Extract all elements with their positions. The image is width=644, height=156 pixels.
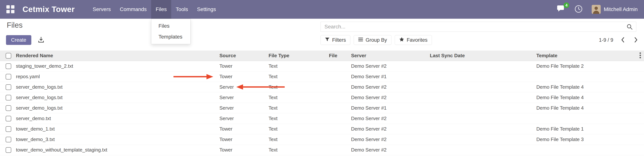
- cell-server[interactable]: Demo Server #2: [349, 92, 428, 103]
- column-last-sync-date[interactable]: Last Sync Date: [428, 51, 534, 61]
- column-rendered-name[interactable]: Rendered Name: [14, 51, 218, 61]
- cell-template[interactable]: Demo File Template 4: [534, 82, 644, 92]
- cell-template[interactable]: [534, 113, 644, 124]
- cell-template[interactable]: [534, 145, 644, 155]
- cell-file-type[interactable]: Text: [267, 92, 327, 103]
- menu-commands[interactable]: Commands: [115, 0, 151, 19]
- activities-button[interactable]: [574, 5, 583, 14]
- menu-files[interactable]: Files: [151, 0, 171, 19]
- cell-last-sync-date[interactable]: [428, 92, 534, 103]
- cell-template[interactable]: Demo File Template 2: [534, 61, 644, 71]
- cell-file-type[interactable]: Text: [267, 124, 327, 134]
- table-row[interactable]: server_demo.txtServerTextDemo Server #2: [0, 113, 644, 124]
- favorites-button[interactable]: Favorites: [395, 35, 432, 45]
- row-checkbox[interactable]: [6, 63, 11, 69]
- cell-server[interactable]: Demo Server #2: [349, 82, 428, 92]
- column-source[interactable]: Source: [218, 51, 267, 61]
- pager-next-button[interactable]: [633, 36, 639, 44]
- column-server[interactable]: Server: [349, 51, 428, 61]
- messages-button[interactable]: 4: [557, 5, 566, 14]
- dropdown-item-files[interactable]: Files: [151, 21, 190, 31]
- column-file-type[interactable]: File Type: [267, 51, 327, 61]
- cell-file-type[interactable]: Text: [267, 71, 327, 82]
- optional-columns-toggle-button[interactable]: [638, 51, 643, 61]
- cell-server[interactable]: Demo Server #2: [349, 145, 428, 155]
- cell-server[interactable]: Demo Server #2: [349, 124, 428, 134]
- cell-last-sync-date[interactable]: [428, 103, 534, 113]
- cell-last-sync-date[interactable]: [428, 124, 534, 134]
- cell-source[interactable]: Server: [218, 103, 267, 113]
- row-checkbox[interactable]: [6, 147, 11, 153]
- cell-file-type[interactable]: Text: [267, 134, 327, 145]
- cell-file-type[interactable]: Text: [267, 61, 327, 71]
- cell-source[interactable]: Server: [218, 113, 267, 124]
- table-row[interactable]: tower_demo_1.txtTowerTextDemo Server #2D…: [0, 124, 644, 134]
- select-all-checkbox[interactable]: [6, 53, 11, 59]
- cell-server[interactable]: Demo Server #2: [349, 61, 428, 71]
- cell-template[interactable]: Demo File Template 3: [534, 134, 644, 145]
- cell-file[interactable]: [327, 145, 349, 155]
- cell-rendered-name[interactable]: server_demo_logs.txt: [14, 103, 218, 113]
- cell-file[interactable]: [327, 82, 349, 92]
- cell-file[interactable]: [327, 134, 349, 145]
- table-row[interactable]: repos.yamlTowerTextDemo Server #1: [0, 71, 644, 82]
- row-checkbox[interactable]: [6, 95, 11, 100]
- cell-rendered-name[interactable]: staging_tower_demo_2.txt: [14, 61, 218, 71]
- apps-grid-icon[interactable]: [6, 5, 15, 13]
- table-row[interactable]: tower_demo_without_template_staging.txtT…: [0, 145, 644, 155]
- cell-last-sync-date[interactable]: [428, 61, 534, 71]
- row-checkbox[interactable]: [6, 137, 11, 142]
- cell-source[interactable]: Server: [218, 82, 267, 92]
- cell-last-sync-date[interactable]: [428, 113, 534, 124]
- cell-file-type[interactable]: Text: [267, 113, 327, 124]
- cell-rendered-name[interactable]: server_demo_logs.txt: [14, 82, 218, 92]
- pager-previous-button[interactable]: [620, 36, 626, 44]
- cell-rendered-name[interactable]: tower_demo_without_template_staging.txt: [14, 145, 218, 155]
- menu-settings[interactable]: Settings: [192, 0, 220, 19]
- row-checkbox[interactable]: [6, 105, 11, 111]
- column-template[interactable]: Template: [534, 51, 644, 61]
- cell-rendered-name[interactable]: tower_demo_1.txt: [14, 124, 218, 134]
- cell-file[interactable]: [327, 124, 349, 134]
- cell-source[interactable]: Tower: [218, 124, 267, 134]
- cell-server[interactable]: Demo Server #1: [349, 103, 428, 113]
- user-menu[interactable]: Mitchell Admin: [592, 5, 638, 14]
- cell-rendered-name[interactable]: tower_demo_3.txt: [14, 134, 218, 145]
- cell-source[interactable]: Tower: [218, 145, 267, 155]
- cell-file[interactable]: [327, 92, 349, 103]
- row-checkbox[interactable]: [6, 126, 11, 132]
- group-by-button[interactable]: Group By: [354, 35, 392, 45]
- table-row[interactable]: server_demo_logs.txtServerTextDemo Serve…: [0, 103, 644, 113]
- cell-last-sync-date[interactable]: [428, 134, 534, 145]
- cell-last-sync-date[interactable]: [428, 71, 534, 82]
- cell-template[interactable]: Demo File Template 4: [534, 92, 644, 103]
- cell-file-type[interactable]: Text: [267, 145, 327, 155]
- row-checkbox[interactable]: [6, 84, 11, 90]
- cell-template[interactable]: Demo File Template 4: [534, 103, 644, 113]
- cell-rendered-name[interactable]: repos.yaml: [14, 71, 218, 82]
- dropdown-item-templates[interactable]: Templates: [151, 31, 190, 42]
- cell-template[interactable]: [534, 71, 644, 82]
- menu-servers[interactable]: Servers: [88, 0, 115, 19]
- cell-template[interactable]: Demo File Template 1: [534, 124, 644, 134]
- create-button[interactable]: Create: [6, 35, 31, 45]
- cell-server[interactable]: Demo Server #2: [349, 113, 428, 124]
- menu-tools[interactable]: Tools: [171, 0, 192, 19]
- cell-file-type[interactable]: Text: [267, 103, 327, 113]
- cell-rendered-name[interactable]: server_demo.txt: [14, 113, 218, 124]
- export-button[interactable]: [37, 36, 45, 45]
- cell-rendered-name[interactable]: server_demo_logs.txt: [14, 92, 218, 103]
- cell-server[interactable]: Demo Server #1: [349, 71, 428, 82]
- table-row[interactable]: server_demo_logs.txtServerTextDemo Serve…: [0, 92, 644, 103]
- cell-source[interactable]: Server: [218, 92, 267, 103]
- cell-server[interactable]: Demo Server #2: [349, 134, 428, 145]
- filters-button[interactable]: Filters: [320, 35, 350, 45]
- table-row[interactable]: staging_tower_demo_2.txtTowerTextDemo Se…: [0, 61, 644, 71]
- cell-file[interactable]: [327, 113, 349, 124]
- cell-source[interactable]: Tower: [218, 61, 267, 71]
- search-input[interactable]: [321, 22, 626, 32]
- row-checkbox[interactable]: [6, 116, 11, 121]
- cell-last-sync-date[interactable]: [428, 82, 534, 92]
- cell-last-sync-date[interactable]: [428, 145, 534, 155]
- cell-source[interactable]: Tower: [218, 71, 267, 82]
